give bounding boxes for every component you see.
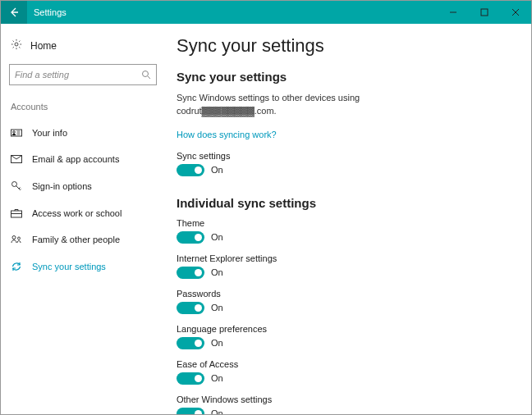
sidebar-item-email[interactable]: Email & app accounts	[9, 146, 157, 172]
how-syncing-works-link[interactable]: How does syncing work?	[177, 130, 277, 139]
titlebar: Settings	[1, 1, 531, 24]
toggle-state: On	[211, 373, 223, 383]
back-arrow-icon	[8, 7, 20, 18]
setting-passwords: Passwords On	[177, 289, 523, 314]
main-content: Sync your settings Sync your settings Sy…	[165, 24, 531, 414]
toggle-state: On	[211, 232, 223, 242]
toggle-other[interactable]	[177, 408, 204, 414]
sync-description: Sync Windows settings to other devices u…	[177, 92, 390, 118]
people-icon	[11, 235, 22, 244]
toggle-language[interactable]	[177, 337, 204, 349]
sidebar-item-label: Sign-in options	[32, 181, 92, 191]
setting-other: Other Windows settings On	[177, 394, 523, 414]
key-icon	[11, 180, 22, 192]
home-label: Home	[30, 40, 57, 52]
sidebar: Home Accounts Your info Email & app acco…	[1, 24, 165, 414]
setting-label: Other Windows settings	[177, 394, 523, 404]
svg-point-8	[12, 236, 16, 239]
gear-icon	[11, 39, 22, 52]
briefcase-icon	[11, 208, 22, 218]
sidebar-item-label: Family & other people	[32, 235, 120, 244]
svg-point-4	[13, 131, 16, 134]
setting-ease: Ease of Access On	[177, 359, 523, 385]
toggle-state: On	[211, 267, 223, 277]
sidebar-item-your-info[interactable]: Your info	[9, 120, 157, 146]
setting-theme: Theme On	[177, 218, 523, 244]
setting-language: Language preferences On	[177, 324, 523, 349]
toggle-sync-settings[interactable]	[177, 164, 204, 176]
setting-label: Ease of Access	[177, 359, 523, 369]
sidebar-item-signin[interactable]: Sign-in options	[9, 172, 157, 200]
home-link[interactable]: Home	[9, 34, 157, 64]
setting-ie: Internet Explorer settings On	[177, 253, 523, 279]
search-icon	[141, 70, 151, 80]
sidebar-item-work[interactable]: Access work or school	[9, 200, 157, 226]
setting-label: Language preferences	[177, 324, 523, 334]
sidebar-item-family[interactable]: Family & other people	[9, 226, 157, 253]
category-label: Accounts	[11, 102, 157, 112]
setting-sync-master: Sync settings On	[177, 151, 523, 176]
sidebar-item-label: Access work or school	[32, 208, 122, 218]
setting-label: Internet Explorer settings	[177, 253, 523, 263]
sidebar-item-label: Sync your settings	[32, 262, 106, 271]
svg-point-1	[15, 43, 18, 46]
setting-label: Theme	[177, 218, 523, 228]
search-input[interactable]	[15, 70, 141, 80]
toggle-state: On	[211, 303, 223, 312]
maximize-button[interactable]	[469, 1, 500, 24]
minimize-button[interactable]	[438, 1, 469, 24]
section-heading: Individual sync settings	[177, 196, 523, 210]
mail-icon	[11, 155, 22, 163]
sidebar-item-label: Email & app accounts	[32, 154, 119, 164]
search-input-container[interactable]	[9, 64, 157, 85]
toggle-state: On	[211, 165, 223, 175]
svg-point-2	[143, 71, 149, 77]
toggle-state: On	[211, 338, 223, 348]
setting-label: Sync settings	[177, 151, 523, 161]
sidebar-item-label: Your info	[32, 128, 67, 138]
svg-point-9	[18, 237, 21, 239]
sidebar-item-sync[interactable]: Sync your settings	[9, 253, 157, 280]
toggle-passwords[interactable]	[177, 302, 204, 314]
toggle-ease[interactable]	[177, 372, 204, 385]
close-button[interactable]	[500, 1, 531, 24]
section-heading: Sync your settings	[177, 70, 523, 84]
sync-icon	[11, 261, 22, 272]
setting-label: Passwords	[177, 289, 523, 299]
toggle-theme[interactable]	[177, 231, 204, 244]
svg-rect-0	[481, 9, 488, 16]
back-button[interactable]	[1, 1, 27, 24]
page-title: Sync your settings	[177, 35, 523, 57]
person-card-icon	[11, 128, 22, 138]
toggle-state: On	[211, 408, 223, 414]
toggle-ie[interactable]	[177, 267, 204, 279]
window-title: Settings	[34, 7, 438, 17]
